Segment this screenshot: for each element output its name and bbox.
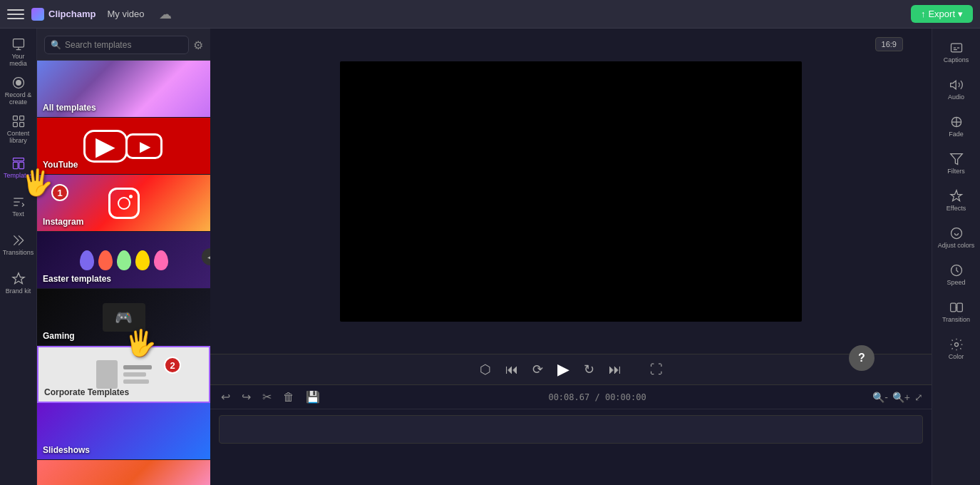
template-label-instagram: Instagram — [43, 217, 83, 227]
video-controls: ⬡ ⏮ ⟳ ▶ ↻ ⏭ ⛶ — [210, 354, 932, 385]
svg-point-1 — [16, 81, 21, 86]
sidebar-label-your-media: Your media — [3, 53, 34, 67]
template-label-easter: Easter templates — [43, 274, 111, 284]
template-slideshows[interactable]: Slideshows — [37, 403, 210, 460]
right-tool-speed[interactable]: Speed — [937, 257, 976, 292]
zoom-out-button[interactable]: 🔍- — [872, 392, 888, 403]
template-youtube[interactable]: ▶ YouTube — [37, 118, 210, 175]
track-line[interactable] — [219, 415, 923, 444]
right-tool-label-effects: Effects — [947, 205, 966, 212]
export-chevron-icon: ▾ — [958, 9, 963, 19]
template-corporate[interactable]: Corporate Templates — [37, 346, 210, 403]
rewind-button[interactable]: ⟳ — [532, 363, 543, 376]
search-placeholder: Search templates — [65, 40, 131, 50]
skip-forward-button[interactable]: ⏭ — [609, 363, 621, 376]
svg-rect-8 — [13, 162, 18, 168]
right-tool-label-adjust-colors: Adjust colors — [938, 242, 975, 249]
timeline-toolbar: ↩ ↪ ✂ 🗑 💾 00:08.67 / 00:00:00 🔍- 🔍+ ⤢ — [210, 385, 932, 409]
timeline-track — [210, 409, 932, 449]
right-sidebar: Captions Audio Fade Filters — [932, 29, 980, 485]
svg-point-12 — [951, 228, 961, 239]
left-sidebar: Your media Record & create Content libra… — [0, 29, 37, 485]
svg-rect-15 — [956, 303, 962, 312]
svg-rect-14 — [950, 303, 956, 312]
sidebar-item-templates[interactable]: Templates — [3, 150, 34, 185]
save-button[interactable]: 💾 — [304, 388, 322, 406]
right-tool-captions[interactable]: Captions — [937, 34, 976, 70]
template-label-slideshows: Slideshows — [43, 445, 90, 455]
right-tool-label-captions: Captions — [944, 56, 969, 63]
captions-toggle-button[interactable]: ⬡ — [480, 363, 491, 376]
template-celebrations[interactable]: Celebrations — [37, 460, 210, 485]
sidebar-item-your-media[interactable]: Your media — [3, 34, 34, 70]
right-tool-filters[interactable]: Filters — [937, 146, 976, 181]
template-instagram[interactable]: Instagram — [37, 175, 210, 232]
sidebar-item-record[interactable]: Record & create — [3, 73, 34, 108]
app-name: Clipchamp — [48, 9, 96, 19]
template-label-corporate: Corporate Templates — [44, 387, 129, 397]
templates-search: 🔍 Search templates ⚙ — [37, 29, 210, 61]
fit-to-view-button[interactable]: ⤢ — [914, 392, 923, 403]
right-tool-label-fade: Fade — [949, 131, 964, 138]
templates-panel: 🔍 Search templates ⚙ All templates ▶ You… — [37, 29, 210, 485]
sidebar-label-content-library: Content library — [3, 130, 34, 144]
main-layout: Your media Record & create Content libra… — [0, 29, 980, 485]
video-title[interactable]: My video — [107, 9, 144, 19]
undo-button[interactable]: ↩ — [219, 388, 232, 406]
template-label-youtube: YouTube — [43, 160, 78, 170]
sidebar-item-content-library[interactable]: Content library — [3, 111, 34, 147]
right-tool-audio[interactable]: Audio — [937, 71, 976, 107]
app-logo: Clipchamp — [31, 8, 96, 21]
cloud-icon: ☁ — [159, 6, 172, 22]
timeline-area: ↩ ↪ ✂ 🗑 💾 00:08.67 / 00:00:00 🔍- 🔍+ ⤢ — [210, 385, 932, 485]
zoom-controls: 🔍- 🔍+ ⤢ — [872, 392, 923, 403]
svg-rect-0 — [13, 39, 24, 48]
skip-back-button[interactable]: ⏮ — [505, 363, 518, 376]
right-tool-transition[interactable]: Transition — [937, 294, 976, 330]
template-easter[interactable]: Easter templates — [37, 232, 210, 289]
right-tool-fade[interactable]: Fade — [937, 108, 976, 144]
aspect-ratio-badge[interactable]: 16:9 — [875, 37, 903, 51]
video-container — [210, 29, 932, 354]
export-button[interactable]: ↑ Export ▾ — [911, 5, 973, 23]
svg-rect-9 — [19, 162, 24, 168]
delete-button[interactable]: 🗑 — [281, 389, 296, 406]
help-button[interactable]: ? — [849, 345, 875, 371]
play-button[interactable]: ▶ — [557, 362, 569, 377]
svg-point-16 — [954, 343, 958, 347]
search-icon: 🔍 — [51, 40, 61, 50]
right-tool-color[interactable]: Color — [937, 331, 976, 367]
templates-list: All templates ▶ YouTube — [37, 61, 210, 485]
zoom-in-button[interactable]: 🔍+ — [892, 392, 910, 403]
right-tool-label-transition: Transition — [942, 316, 970, 323]
sidebar-item-brand-kit[interactable]: Brand kit — [3, 265, 34, 301]
sidebar-item-text[interactable]: Text — [3, 188, 34, 224]
svg-rect-4 — [19, 116, 24, 121]
template-all-templates[interactable]: All templates — [37, 61, 210, 118]
svg-rect-10 — [951, 44, 961, 52]
menu-button[interactable] — [7, 6, 24, 23]
filter-icon[interactable]: ⚙ — [193, 39, 203, 52]
time-display: 00:08.67 / 00:00:00 — [329, 392, 865, 402]
cut-button[interactable]: ✂ — [260, 388, 274, 406]
sidebar-label-templates: Templates — [4, 172, 33, 179]
svg-rect-6 — [19, 123, 24, 127]
video-preview — [340, 61, 802, 322]
right-tool-adjust-colors[interactable]: Adjust colors — [937, 220, 976, 255]
sidebar-label-brand-kit: Brand kit — [6, 287, 31, 295]
fast-forward-button[interactable]: ↻ — [584, 363, 594, 376]
right-tool-label-filters: Filters — [947, 168, 965, 175]
center-area: 16:9 ⬡ ⏮ ⟳ ▶ ↻ ⏭ ⛶ ↩ ↪ ✂ 🗑 💾 00:08.67 — [210, 29, 932, 485]
fullscreen-button[interactable]: ⛶ — [650, 363, 663, 376]
logo-icon — [31, 8, 44, 21]
right-tool-label-color: Color — [949, 353, 964, 360]
redo-button[interactable]: ↪ — [239, 388, 253, 406]
sidebar-item-transitions[interactable]: Transitions — [3, 227, 34, 262]
topbar: Clipchamp My video ☁ ↑ Export ▾ — [0, 0, 980, 29]
template-gaming[interactable]: 🎮 Gaming — [37, 289, 210, 346]
sidebar-label-record: Record & create — [3, 91, 34, 106]
search-box[interactable]: 🔍 Search templates — [44, 36, 189, 54]
right-tool-label-speed: Speed — [947, 279, 965, 286]
right-tool-label-audio: Audio — [948, 93, 964, 101]
right-tool-effects[interactable]: Effects — [937, 183, 976, 218]
